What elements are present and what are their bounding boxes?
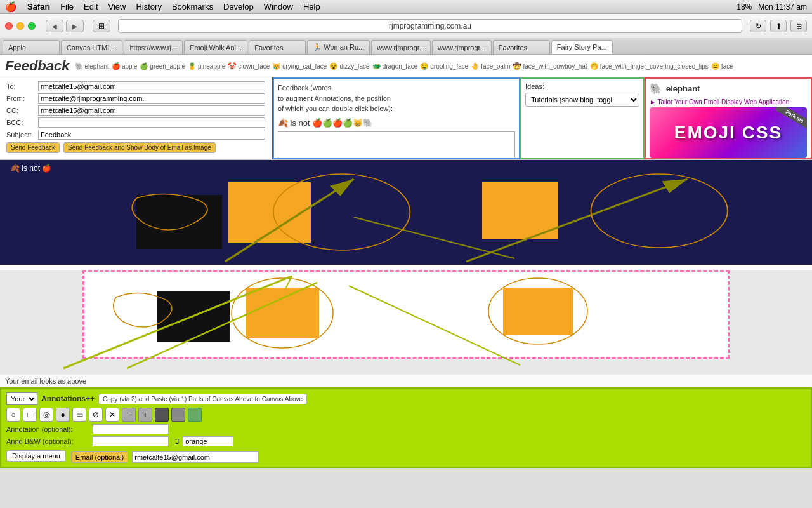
anno-bw-input[interactable] (93, 436, 169, 446)
tab-rjm2[interactable]: www.rjmprogr... (432, 40, 492, 54)
maximize-button[interactable] (28, 22, 36, 30)
ideas-dropdown[interactable]: Tutorials (show blog, toggl (525, 93, 639, 107)
lower-canvas[interactable] (82, 270, 730, 359)
emoji-dragon[interactable]: 🐲dragon_face (372, 62, 418, 70)
menu-file[interactable]: File (60, 2, 74, 11)
feedback-emoji-line: 🍂 is not 🍎🍏🍎🍏😸🐘 (278, 117, 515, 130)
menu-help[interactable]: Help (303, 2, 320, 11)
tab-favorites1[interactable]: Favorites (249, 40, 306, 54)
tab-woman[interactable]: 🏃 Woman Ru... (307, 40, 370, 54)
canvas-orange-box-1 (228, 182, 311, 243)
menu-bookmarks[interactable]: Bookmarks (172, 2, 213, 11)
page-title: Feedback (5, 58, 70, 74)
tool-dot[interactable]: ● (56, 408, 70, 422)
menu-view[interactable]: View (108, 2, 126, 11)
feedback-textarea[interactable] (278, 131, 515, 159)
tool-circle[interactable]: ○ (6, 408, 20, 422)
copy-paste-button[interactable]: Copy (via 2) and Paste (via 1) Parts of … (98, 394, 307, 404)
emoji-drooling[interactable]: 🤤drooling_face (420, 62, 468, 70)
tab-apple[interactable]: Apple (3, 40, 60, 54)
menubar-right: 18% Mon 11:37 am (737, 3, 807, 11)
emoji-finger-lips[interactable]: 🤭face_with_finger_covering_closed_lips (590, 62, 709, 70)
emoji-crying-cat[interactable]: 😿crying_cat_face (272, 62, 327, 70)
tab-rjm1[interactable]: www.rjmprogr... (371, 40, 431, 54)
back-button[interactable]: ◀ (46, 20, 63, 32)
tab-fairy[interactable]: Fairy Story Pa... (551, 40, 613, 54)
menubar: 🍎 Safari File Edit View History Bookmark… (0, 0, 812, 14)
browser-titlebar: ◀ ▶ ⊞ rjmprogramming.com.au ↻ ⬆ ⊞ (0, 14, 812, 38)
subject-input[interactable] (38, 130, 265, 140)
email-from-row: From: (6, 93, 265, 104)
lower-orange-box-2 (503, 288, 573, 335)
emoji-elephant[interactable]: 🐘elephant (75, 62, 109, 70)
menu-window[interactable]: Window (264, 2, 293, 11)
emoji-dizzy[interactable]: 😵dizzy_face (329, 62, 369, 70)
emoji-pineapple[interactable]: 🍍pineapple (188, 62, 225, 70)
emoji-strip: 🐘elephant 🍎apple 🍏green_apple 🍍pineapple… (75, 62, 733, 70)
email-optional-input[interactable] (132, 451, 259, 463)
bottom-toolbar-row: Display a menu Email (optional) (6, 449, 806, 463)
apple-menu[interactable]: 🍎 (5, 1, 17, 13)
tool-plus[interactable]: + (138, 408, 152, 422)
tab-canvas[interactable]: Canvas HTML... (61, 40, 122, 54)
send-feedback-button[interactable]: Send Feedback (6, 142, 60, 153)
menu-develop[interactable]: Develop (223, 2, 254, 11)
annotation-select[interactable]: Your (6, 392, 37, 405)
nav-buttons: ◀ ▶ (46, 20, 84, 32)
emoji-apple[interactable]: 🍎apple (112, 62, 137, 70)
menu-safari[interactable]: Safari (27, 2, 50, 11)
emoji-green-apple[interactable]: 🍏green_apple (140, 62, 185, 70)
reload-button[interactable]: ↻ (750, 20, 766, 32)
emoji-face[interactable]: 😑face (711, 62, 733, 70)
emoji-face-palm[interactable]: 🤚face_palm (471, 62, 510, 70)
tab-rj1[interactable]: https://www.rj... (124, 40, 183, 54)
cc-label: CC: (6, 107, 38, 114)
annotation-optional-input[interactable] (93, 424, 169, 434)
color-input[interactable] (183, 436, 233, 446)
annotation-optional-row: Annotation (optional): (6, 424, 806, 434)
tool-circle-filled[interactable]: ◎ (39, 408, 53, 422)
cc-input[interactable] (38, 105, 265, 116)
bcc-input[interactable] (38, 117, 265, 128)
tool-image3[interactable] (188, 408, 202, 422)
menu-time: Mon 11:37 am (758, 3, 807, 11)
tool-image1[interactable] (155, 408, 169, 422)
forward-button[interactable]: ▶ (66, 20, 84, 32)
tool-minus[interactable]: − (122, 408, 136, 422)
tab-favorites2[interactable]: Favorites (493, 40, 550, 54)
page-content: Feedback 🐘elephant 🍎apple 🍏green_apple 🍍… (0, 55, 812, 468)
tool-image2[interactable] (171, 408, 185, 422)
ideas-panel: Ideas: Tutorials (show blog, toggl (520, 77, 645, 159)
close-button[interactable] (5, 22, 13, 30)
emoji-display-image: EMOJI CSS Fork me (650, 107, 807, 158)
tab-emoji-walk[interactable]: Emoji Walk Ani... (184, 40, 247, 54)
browser-chrome: ◀ ▶ ⊞ rjmprogramming.com.au ↻ ⬆ ⊞ Apple … (0, 14, 812, 55)
bcc-label: BCC: (6, 119, 38, 126)
anno-bw-label: Anno B&W (optional): (6, 438, 89, 445)
email-optional-button[interactable]: Email (optional) (71, 451, 128, 463)
to-input[interactable] (38, 81, 265, 91)
browser-actions: ↻ ⬆ ⊞ (750, 20, 807, 32)
sidebar-toggle[interactable]: ⊞ (93, 20, 110, 32)
share-button[interactable]: ⬆ (770, 20, 787, 32)
svg-point-4 (591, 174, 727, 248)
new-tab-button[interactable]: ⊞ (790, 20, 807, 32)
tool-square[interactable]: □ (23, 408, 37, 422)
minimize-button[interactable] (16, 22, 24, 30)
toolbar-top-row: Your Annotations++ Copy (via 2) and Past… (6, 392, 806, 405)
display-menu-button[interactable]: Display a menu (6, 450, 66, 462)
emoji-cowboy[interactable]: 🤠face_with_cowboy_hat (513, 62, 587, 70)
tailor-link[interactable]: ► Tailor Your Own Emoji Display Web Appl… (650, 98, 807, 105)
from-input[interactable] (38, 93, 265, 104)
main-canvas[interactable]: 🍂 is not 🍎 (0, 160, 812, 265)
menu-history[interactable]: History (136, 2, 161, 11)
send-feedback-show-button[interactable]: Send Feedback and Show Body of Email as … (63, 142, 216, 153)
tool-rect[interactable]: ▭ (72, 408, 86, 422)
emoji-clown[interactable]: 🤡clown_face (228, 62, 270, 70)
page-header: Feedback 🐘elephant 🍎apple 🍏green_apple 🍍… (0, 55, 812, 77)
address-bar[interactable]: rjmprogramming.com.au (118, 19, 742, 33)
menu-edit[interactable]: Edit (84, 2, 98, 11)
tool-x[interactable]: ✕ (105, 408, 119, 422)
tool-slash[interactable]: ⊘ (89, 408, 103, 422)
emoji-css-text: EMOJI CSS (674, 123, 782, 143)
